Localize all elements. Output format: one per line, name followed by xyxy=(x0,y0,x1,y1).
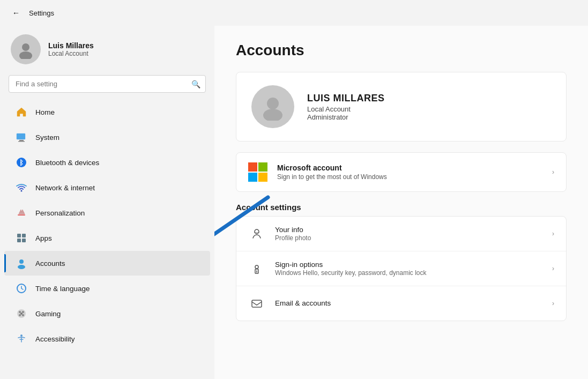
sidebar-item-accounts-label: Accounts xyxy=(35,259,65,267)
search-box: 🔍 xyxy=(9,75,206,93)
email-text: Email & accounts xyxy=(275,299,331,308)
network-icon xyxy=(15,181,28,194)
back-button[interactable]: ← xyxy=(9,5,24,20)
sidebar-item-network[interactable]: Network & internet xyxy=(4,175,210,200)
ms-account-title: Microsoft account xyxy=(277,164,387,172)
sidebar-item-system[interactable]: System xyxy=(4,125,210,150)
email-chevron: › xyxy=(552,300,554,307)
svg-point-22 xyxy=(20,335,23,337)
your-info-text: Your info Profile photo xyxy=(275,226,311,242)
account-details: LUIS MILLARES Local Account Administrato… xyxy=(307,93,385,121)
sidebar-item-accessibility-label: Accessibility xyxy=(35,335,75,343)
app-body: Luis Millares Local Account 🔍 Home xyxy=(0,26,588,379)
svg-rect-4 xyxy=(18,141,25,142)
account-name: LUIS MILLARES xyxy=(307,93,385,104)
sidebar-item-gaming-label: Gaming xyxy=(35,310,61,318)
sidebar-item-bluetooth-label: Bluetooth & devices xyxy=(35,159,99,167)
system-icon xyxy=(15,131,28,144)
svg-point-21 xyxy=(20,313,23,315)
svg-point-17 xyxy=(19,311,21,313)
sidebar-item-time-label: Time & language xyxy=(35,285,90,293)
ms-logo-yellow xyxy=(258,173,267,182)
account-settings-title: Account settings xyxy=(236,203,567,212)
sidebar-item-home[interactable]: Home xyxy=(4,100,210,124)
account-profile-card: LUIS MILLARES Local Account Administrato… xyxy=(236,72,567,142)
ms-account-banner[interactable]: Microsoft account Sign in to get the mos… xyxy=(236,152,567,192)
settings-row-your-info[interactable]: Your info Profile photo › xyxy=(236,217,566,251)
ms-logo-blue xyxy=(248,173,257,182)
sidebar: Luis Millares Local Account 🔍 Home xyxy=(0,26,214,379)
your-info-subtitle: Profile photo xyxy=(275,234,311,242)
svg-text:ᛒ: ᛒ xyxy=(19,159,24,167)
search-icon: 🔍 xyxy=(191,80,200,88)
ms-account-chevron: › xyxy=(552,168,554,176)
sign-in-icon xyxy=(248,260,265,277)
app-title: Settings xyxy=(29,9,54,17)
svg-point-20 xyxy=(22,314,24,316)
home-icon xyxy=(15,106,28,118)
apps-icon xyxy=(15,232,28,244)
avatar xyxy=(11,34,41,64)
sidebar-item-time[interactable]: Time & language xyxy=(4,276,210,301)
sidebar-item-accounts[interactable]: Accounts xyxy=(4,251,210,276)
settings-row-email[interactable]: Email & accounts › xyxy=(236,286,566,321)
user-profile: Luis Millares Local Account xyxy=(0,26,214,75)
search-input[interactable] xyxy=(9,75,206,93)
accessibility-icon xyxy=(15,332,28,345)
sidebar-item-personalization-label: Personalization xyxy=(35,209,85,217)
sidebar-item-apps-label: Apps xyxy=(35,234,52,242)
sign-in-title: Sign-in options xyxy=(275,261,427,269)
sidebar-item-accessibility[interactable]: Accessibility xyxy=(4,326,210,351)
svg-point-25 xyxy=(255,229,259,234)
account-role: Administrator xyxy=(307,113,385,121)
account-avatar xyxy=(251,85,294,128)
svg-point-27 xyxy=(255,265,258,269)
account-settings-card: Your info Profile photo › xyxy=(236,216,567,321)
svg-point-14 xyxy=(18,265,25,269)
email-title: Email & accounts xyxy=(275,299,331,307)
svg-point-19 xyxy=(19,314,21,316)
svg-rect-12 xyxy=(22,239,26,242)
account-type: Local Account xyxy=(307,105,385,113)
personalization-icon xyxy=(15,206,28,219)
title-bar: ← Settings xyxy=(0,0,588,26)
sidebar-item-system-label: System xyxy=(35,133,59,142)
svg-point-7 xyxy=(21,190,23,192)
your-info-title: Your info xyxy=(275,226,311,234)
sidebar-user-name: Luis Millares xyxy=(48,41,94,50)
sidebar-item-home-label: Home xyxy=(35,108,55,116)
svg-rect-29 xyxy=(252,300,262,307)
svg-rect-8 xyxy=(18,214,25,215)
gaming-icon xyxy=(15,307,28,320)
time-icon xyxy=(15,282,28,295)
your-info-chevron: › xyxy=(552,230,554,237)
ms-account-text: Microsoft account Sign in to get the mos… xyxy=(277,164,387,181)
svg-point-18 xyxy=(22,311,24,313)
page-title: Accounts xyxy=(236,42,567,59)
sidebar-user-type: Local Account xyxy=(48,50,94,57)
email-icon xyxy=(248,295,265,312)
svg-rect-10 xyxy=(22,234,26,237)
your-info-icon xyxy=(248,225,265,242)
svg-rect-9 xyxy=(17,234,21,237)
svg-rect-2 xyxy=(17,133,25,139)
svg-point-13 xyxy=(19,259,24,264)
nav-list: Home System ᛒ xyxy=(0,99,214,379)
accounts-icon xyxy=(15,257,28,270)
svg-rect-11 xyxy=(17,239,21,242)
sign-in-chevron: › xyxy=(552,265,554,272)
svg-point-1 xyxy=(19,51,32,59)
sidebar-item-bluetooth[interactable]: ᛒ Bluetooth & devices xyxy=(4,150,210,175)
svg-point-24 xyxy=(263,109,282,121)
settings-row-sign-in[interactable]: Sign-in options Windows Hello, security … xyxy=(236,251,566,286)
sidebar-item-personalization[interactable]: Personalization xyxy=(4,200,210,225)
user-info: Luis Millares Local Account xyxy=(48,41,94,57)
sidebar-item-gaming[interactable]: Gaming xyxy=(4,301,210,326)
sidebar-item-network-label: Network & internet xyxy=(35,184,95,192)
ms-account-subtitle: Sign in to get the most out of Windows xyxy=(277,173,387,181)
sign-in-subtitle: Windows Hello, security key, password, d… xyxy=(275,269,427,277)
sign-in-text: Sign-in options Windows Hello, security … xyxy=(275,261,427,277)
account-settings-section: Account settings Your info Profile photo xyxy=(236,203,567,321)
sidebar-item-apps[interactable]: Apps xyxy=(4,226,210,250)
svg-rect-3 xyxy=(19,140,24,141)
